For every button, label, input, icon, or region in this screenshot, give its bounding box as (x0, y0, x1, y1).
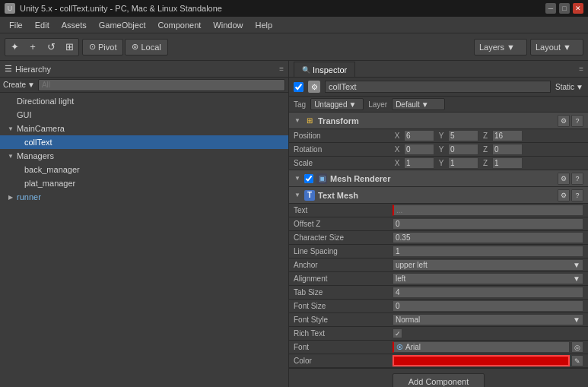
transform-settings-btn[interactable]: ⚙ (558, 115, 570, 127)
color-edit-btn[interactable]: ✎ (571, 355, 583, 366)
transform-arrow: ▼ (294, 117, 301, 125)
position-x-input[interactable] (404, 130, 434, 141)
hierarchy-icon: ☰ (5, 64, 12, 74)
tree-item-directional-light[interactable]: Directional light (0, 94, 288, 108)
linespacing-input[interactable] (393, 246, 583, 257)
tag-dropdown[interactable]: Untagged ▼ (310, 98, 364, 110)
color-picker[interactable] (393, 355, 570, 366)
object-active-toggle[interactable] (294, 82, 304, 92)
text-prop-value: ... (393, 205, 583, 216)
rotation-y-input[interactable] (448, 144, 478, 155)
object-name-input[interactable] (325, 81, 551, 93)
local-icon: ⊚ (132, 42, 138, 52)
local-button[interactable]: ⊚ Local (125, 39, 167, 56)
tree-item-runner[interactable]: ▶ runner (0, 190, 288, 204)
create-label: Create (3, 81, 26, 89)
menu-edit[interactable]: Edit (29, 19, 56, 31)
rotation-z-input[interactable] (492, 144, 523, 155)
inspector-tab[interactable]: 🔍 Inspector (294, 62, 355, 77)
static-button[interactable]: Static ▼ (555, 83, 583, 91)
tree-item-managers[interactable]: ▼ Managers (0, 149, 288, 163)
close-button[interactable]: ✕ (573, 3, 583, 14)
tool-scale[interactable]: ⊞ (60, 38, 78, 56)
layout-dropdown[interactable]: Layout ▼ (530, 39, 583, 56)
inspector-tab-label: Inspector (313, 65, 347, 75)
tool-hand[interactable]: ✦ (5, 38, 24, 56)
layers-dropdown[interactable]: Layers ▼ (474, 39, 527, 56)
menu-assets[interactable]: Assets (56, 19, 93, 31)
menu-window[interactable]: Window (207, 19, 249, 31)
tree-item-plat-manager[interactable]: plat_manager (0, 176, 288, 190)
text-mesh-info-btn[interactable]: ? (571, 189, 583, 201)
offsetz-input[interactable] (393, 218, 583, 230)
text-mesh-title: Text Mesh (318, 191, 555, 200)
richtext-checkbox[interactable]: ✓ (393, 328, 402, 338)
font-picker[interactable]: ⦿ Arial (393, 341, 570, 353)
scale-z-input[interactable] (492, 157, 523, 169)
charsize-input[interactable] (393, 232, 583, 243)
font-select-btn[interactable]: ◎ (571, 341, 583, 353)
alignment-prop-row: Alignment left ▼ (289, 272, 588, 286)
linespacing-prop-label: Line Spacing (294, 247, 393, 255)
menu-file[interactable]: File (3, 19, 29, 31)
anchor-prop-label: Anchor (294, 261, 393, 269)
tree-item-back-manager[interactable]: back_manager (0, 163, 288, 176)
hierarchy-title: ☰ Hierarchy (5, 64, 51, 74)
tree-item-label: Managers (17, 151, 54, 160)
z-axis-label: Z (481, 132, 490, 140)
tabsize-input[interactable] (393, 287, 583, 298)
fontsize-input[interactable] (393, 300, 583, 312)
pivot-button[interactable]: ⊙ Pivot (82, 39, 123, 56)
rotation-x-input[interactable] (404, 144, 434, 155)
richtext-prop-row: Rich Text ✓ (289, 327, 588, 341)
pivot-local-group: ⊙ Pivot ⊚ Local (82, 39, 168, 56)
richtext-prop-value: ✓ (393, 328, 583, 338)
menu-gameobject[interactable]: GameObject (93, 19, 152, 31)
tag-value: Untagged (314, 100, 347, 109)
inspector-menu-btn[interactable]: ≡ (579, 65, 583, 73)
menu-help[interactable]: Help (249, 19, 278, 31)
tool-rotate[interactable]: ↺ (42, 38, 60, 56)
tree-item-maincamera[interactable]: ▼ MainCamera (0, 122, 288, 135)
text-mesh-icon: T (304, 190, 315, 201)
hierarchy-menu-btn[interactable]: ≡ (279, 65, 284, 73)
position-z-input[interactable] (492, 130, 523, 141)
menu-component[interactable]: Component (151, 19, 207, 31)
mesh-renderer-arrow: ▼ (294, 175, 301, 182)
x-axis-label: X (393, 132, 402, 140)
tool-group: ✦ + ↺ ⊞ (5, 38, 79, 56)
hierarchy-search[interactable] (38, 79, 285, 91)
layer-dropdown[interactable]: Default ▼ (392, 98, 445, 110)
linespacing-prop-value (393, 246, 583, 257)
text-mesh-header[interactable]: ▼ T Text Mesh ⚙ ? (289, 187, 588, 204)
tree-toggle: ▼ (6, 153, 15, 160)
maximize-button[interactable]: □ (559, 3, 570, 14)
minimize-button[interactable]: ─ (545, 3, 556, 14)
transform-header[interactable]: ▼ ⊞ Transform ⚙ ? (289, 113, 588, 129)
rx-axis-label: X (393, 145, 402, 154)
text-mesh-settings-btn[interactable]: ⚙ (558, 189, 570, 201)
rz-axis-label: Z (481, 145, 490, 154)
mesh-renderer-toggle[interactable] (304, 174, 313, 183)
fontstyle-dropdown[interactable]: Normal ▼ (393, 314, 583, 325)
mesh-renderer-settings-btn[interactable]: ⚙ (558, 173, 570, 185)
linespacing-prop-row: Line Spacing (289, 245, 588, 259)
tree-item-gui[interactable]: GUI (0, 108, 288, 122)
hierarchy-toolbar: Create ▼ (0, 78, 288, 93)
transform-info-btn[interactable]: ? (571, 115, 583, 127)
position-y-input[interactable] (448, 130, 478, 141)
mesh-renderer-header[interactable]: ▼ ▣ Mesh Renderer ⚙ ? (289, 170, 588, 187)
object-header: ⚙ Static ▼ (289, 78, 588, 97)
mesh-renderer-info-btn[interactable]: ? (571, 173, 583, 185)
create-button[interactable]: Create ▼ (3, 81, 35, 89)
tree-item-colltext[interactable]: collText (0, 135, 288, 149)
anchor-dropdown[interactable]: upper left ▼ (393, 259, 583, 271)
add-component-button[interactable]: Add Component (393, 373, 485, 387)
tool-move[interactable]: + (24, 38, 42, 56)
alignment-arrow: ▼ (573, 274, 580, 283)
alignment-dropdown[interactable]: left ▼ (393, 273, 583, 284)
sz-axis-label: Z (481, 159, 490, 167)
scale-x-input[interactable] (404, 157, 434, 169)
scale-y-input[interactable] (448, 157, 478, 169)
text-value[interactable]: ... (393, 205, 583, 216)
